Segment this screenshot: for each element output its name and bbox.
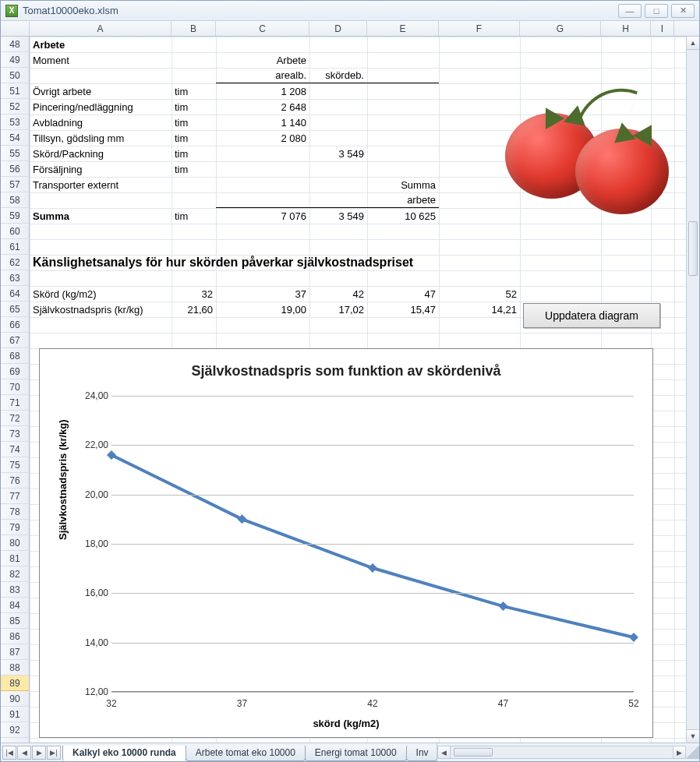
cell[interactable] [309, 130, 367, 146]
update-chart-button[interactable]: Uppdatera diagram [523, 303, 660, 328]
resize-grip-icon[interactable] [686, 746, 699, 759]
cell[interactable]: 19,00 [216, 302, 309, 317]
row-header[interactable]: 50 [1, 68, 29, 83]
cell[interactable] [216, 161, 309, 177]
vertical-scrollbar[interactable]: ▲ ▼ [686, 37, 699, 743]
cell[interactable]: tim [171, 208, 216, 224]
cell[interactable]: tim [171, 115, 216, 130]
col-header[interactable]: E [367, 21, 439, 36]
row-header[interactable]: 86 [1, 629, 29, 644]
cell[interactable]: tim [171, 130, 216, 146]
row-header[interactable]: 81 [1, 551, 29, 566]
row-header[interactable]: 92 [1, 722, 29, 738]
row-header[interactable]: 73 [1, 426, 29, 442]
row-header[interactable]: 48 [1, 37, 29, 52]
cell[interactable]: arbete [367, 192, 439, 208]
cell[interactable]: Självkostnadspris (kr/kg) [30, 302, 171, 317]
tab-prev-icon[interactable]: ◀ [17, 746, 31, 760]
col-header[interactable]: F [439, 21, 520, 36]
row-header[interactable]: 53 [1, 115, 29, 130]
scroll-left-icon[interactable]: ◀ [437, 746, 451, 759]
scroll-right-icon[interactable]: ▶ [673, 746, 686, 759]
horizontal-scrollbar[interactable]: ◀ ▶ [437, 743, 699, 761]
row-header[interactable]: 84 [1, 598, 29, 613]
close-button[interactable]: ✕ [671, 4, 695, 18]
row-header[interactable]: 68 [1, 348, 29, 364]
cell[interactable]: 52 [439, 286, 520, 302]
tab-first-icon[interactable]: |◀ [2, 746, 16, 760]
row-header[interactable]: 74 [1, 442, 29, 457]
row-header[interactable]: 52 [1, 99, 29, 115]
col-header[interactable]: G [520, 21, 601, 36]
row-header[interactable]: 49 [1, 52, 29, 68]
cell[interactable] [309, 115, 367, 130]
row-header[interactable]: 71 [1, 395, 29, 411]
sheet-tab[interactable]: Energi tomat 10000 [305, 746, 407, 761]
cell[interactable]: 1 208 [216, 83, 309, 99]
row-header[interactable]: 56 [1, 161, 29, 177]
cell[interactable]: Transporter externt [30, 177, 171, 192]
minimize-button[interactable]: — [618, 4, 642, 18]
col-header[interactable]: C [216, 21, 309, 36]
titlebar[interactable]: Tomat10000eko.xlsm — □ ✕ [1, 1, 699, 21]
row-header[interactable]: 83 [1, 582, 29, 598]
tab-next-icon[interactable]: ▶ [32, 746, 46, 760]
cell[interactable]: tim [171, 83, 216, 99]
cell[interactable]: Tillsyn, gödsling mm [30, 130, 171, 146]
worksheet-cells[interactable]: Arbete Moment Arbete arealb. skördeb. [30, 37, 686, 743]
col-header[interactable]: B [171, 21, 216, 36]
cell[interactable]: 3 549 [309, 146, 367, 161]
select-all-corner[interactable] [1, 21, 30, 36]
cell[interactable]: Försäljning [30, 161, 171, 177]
scrollbar-track[interactable] [687, 50, 699, 729]
row-header[interactable]: 79 [1, 520, 29, 535]
row-header[interactable]: 67 [1, 333, 29, 348]
row-header[interactable]: 60 [1, 224, 29, 239]
sheet-tab-active[interactable]: Kalkyl eko 10000 runda [62, 746, 186, 761]
cell[interactable] [309, 161, 367, 177]
row-headers[interactable]: 4849505152535455565758596061626364656667… [1, 37, 30, 743]
row-header[interactable]: 77 [1, 489, 29, 504]
cell[interactable]: 37 [216, 286, 309, 302]
cell[interactable]: Övrigt arbete [30, 83, 171, 99]
row-header[interactable]: 70 [1, 379, 29, 395]
cell[interactable]: Summa [30, 208, 171, 224]
col-header[interactable]: A [30, 21, 171, 36]
cell[interactable]: 2 080 [216, 130, 309, 146]
scroll-down-icon[interactable]: ▼ [687, 729, 699, 743]
cell[interactable]: Avbladning [30, 115, 171, 130]
cell[interactable]: 21,60 [171, 302, 216, 317]
row-header[interactable]: 57 [1, 177, 29, 192]
cell[interactable] [309, 177, 367, 192]
cell[interactable] [216, 146, 309, 161]
cell[interactable]: 7 076 [216, 208, 309, 224]
sheet-tab[interactable]: Inv [406, 746, 437, 761]
cell[interactable]: 15,47 [367, 302, 439, 317]
row-header[interactable]: 66 [1, 317, 29, 333]
row-header[interactable]: 82 [1, 566, 29, 582]
row-header[interactable]: 87 [1, 644, 29, 660]
row-header[interactable]: 54 [1, 130, 29, 146]
cell[interactable]: 42 [309, 286, 367, 302]
cell[interactable]: 17,02 [309, 302, 367, 317]
cell[interactable] [216, 177, 309, 192]
cell[interactable]: Pincering/nedläggning [30, 99, 171, 115]
scrollbar-thumb[interactable] [454, 748, 493, 757]
row-header[interactable]: 58 [1, 192, 29, 208]
cell[interactable] [171, 177, 216, 192]
scrollbar-track[interactable] [451, 746, 673, 759]
col-header[interactable]: I [651, 21, 674, 36]
scrollbar-thumb[interactable] [688, 221, 698, 276]
scroll-up-icon[interactable]: ▲ [687, 37, 699, 50]
row-header[interactable]: 59 [1, 208, 29, 224]
row-header[interactable]: 80 [1, 535, 29, 551]
row-header[interactable]: 55 [1, 146, 29, 161]
row-header[interactable]: 69 [1, 364, 29, 379]
cell[interactable] [309, 83, 367, 99]
row-header[interactable]: 88 [1, 660, 29, 676]
cell[interactable]: tim [171, 146, 216, 161]
row-header[interactable]: 51 [1, 83, 29, 99]
col-header[interactable]: D [309, 21, 367, 36]
cell[interactable]: 47 [367, 286, 439, 302]
row-header[interactable]: 85 [1, 613, 29, 629]
